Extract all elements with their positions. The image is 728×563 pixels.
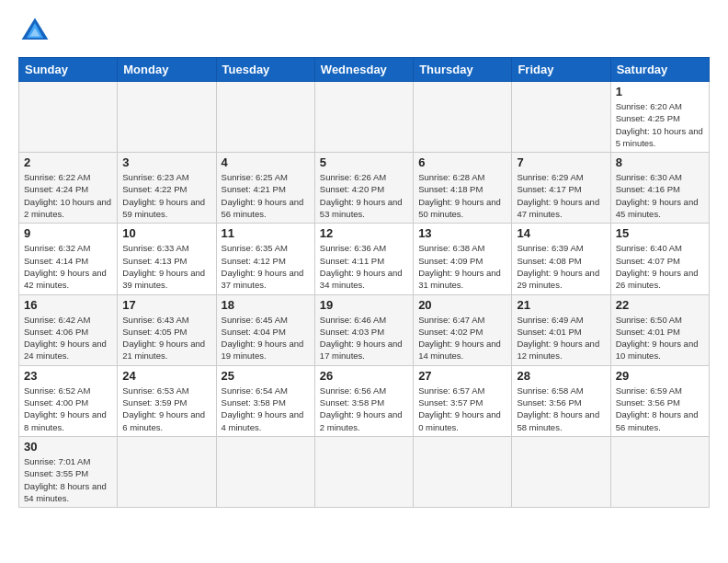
day-number: 17	[122, 298, 210, 312]
day-number: 7	[517, 155, 605, 169]
day-number: 26	[320, 369, 408, 383]
calendar-cell: 13Sunrise: 6:38 AM Sunset: 4:09 PM Dayli…	[414, 224, 512, 294]
day-number: 14	[517, 226, 605, 240]
calendar-cell: 28Sunrise: 6:58 AM Sunset: 3:56 PM Dayli…	[512, 365, 610, 436]
page: SundayMondayTuesdayWednesdayThursdayFrid…	[0, 0, 728, 517]
day-info: Sunrise: 6:59 AM Sunset: 3:56 PM Dayligh…	[616, 385, 704, 433]
day-number: 2	[24, 155, 112, 169]
calendar-cell	[512, 436, 610, 507]
calendar-cell: 2Sunrise: 6:22 AM Sunset: 4:24 PM Daylig…	[19, 153, 118, 224]
generalblue-logo-icon	[18, 15, 51, 48]
calendar-cell: 15Sunrise: 6:40 AM Sunset: 4:07 PM Dayli…	[610, 224, 709, 294]
day-number: 25	[222, 369, 310, 383]
calendar-cell	[19, 82, 118, 153]
day-number: 6	[418, 155, 506, 169]
day-number: 27	[418, 369, 506, 383]
calendar-cell	[314, 436, 413, 507]
day-info: Sunrise: 6:28 AM Sunset: 4:18 PM Dayligh…	[418, 171, 506, 220]
day-number: 4	[222, 155, 310, 169]
calendar-cell: 14Sunrise: 6:39 AM Sunset: 4:08 PM Dayli…	[512, 224, 610, 294]
calendar-week-row: 16Sunrise: 6:42 AM Sunset: 4:06 PM Dayli…	[19, 294, 710, 365]
day-number: 3	[122, 155, 210, 169]
calendar-cell	[314, 82, 413, 153]
day-info: Sunrise: 6:49 AM Sunset: 4:01 PM Dayligh…	[517, 314, 605, 362]
calendar-cell: 22Sunrise: 6:50 AM Sunset: 4:01 PM Dayli…	[610, 294, 709, 365]
day-info: Sunrise: 6:36 AM Sunset: 4:11 PM Dayligh…	[320, 242, 408, 291]
day-info: Sunrise: 6:52 AM Sunset: 4:00 PM Dayligh…	[24, 385, 112, 433]
weekday-header-wednesday: Wednesday	[314, 58, 413, 82]
calendar-week-row: 9Sunrise: 6:32 AM Sunset: 4:14 PM Daylig…	[19, 224, 710, 294]
day-info: Sunrise: 7:01 AM Sunset: 3:55 PM Dayligh…	[24, 455, 112, 504]
day-info: Sunrise: 6:53 AM Sunset: 3:59 PM Dayligh…	[122, 385, 210, 433]
calendar-cell: 19Sunrise: 6:46 AM Sunset: 4:03 PM Dayli…	[314, 294, 413, 365]
day-info: Sunrise: 6:43 AM Sunset: 4:05 PM Dayligh…	[122, 314, 210, 362]
weekday-header-sunday: Sunday	[19, 58, 118, 82]
calendar-cell: 12Sunrise: 6:36 AM Sunset: 4:11 PM Dayli…	[314, 224, 413, 294]
calendar-cell: 16Sunrise: 6:42 AM Sunset: 4:06 PM Dayli…	[19, 294, 118, 365]
calendar-header-row: SundayMondayTuesdayWednesdayThursdayFrid…	[19, 58, 710, 82]
calendar-cell: 23Sunrise: 6:52 AM Sunset: 4:00 PM Dayli…	[19, 365, 118, 436]
calendar-cell: 18Sunrise: 6:45 AM Sunset: 4:04 PM Dayli…	[216, 294, 314, 365]
calendar-cell: 9Sunrise: 6:32 AM Sunset: 4:14 PM Daylig…	[19, 224, 118, 294]
day-number: 1	[616, 85, 704, 98]
calendar-cell	[118, 436, 216, 507]
day-info: Sunrise: 6:25 AM Sunset: 4:21 PM Dayligh…	[222, 171, 310, 220]
day-info: Sunrise: 6:46 AM Sunset: 4:03 PM Dayligh…	[320, 314, 408, 362]
day-info: Sunrise: 6:45 AM Sunset: 4:04 PM Dayligh…	[222, 314, 310, 362]
day-info: Sunrise: 6:32 AM Sunset: 4:14 PM Dayligh…	[24, 242, 112, 291]
day-info: Sunrise: 6:47 AM Sunset: 4:02 PM Dayligh…	[418, 314, 506, 362]
calendar-cell: 21Sunrise: 6:49 AM Sunset: 4:01 PM Dayli…	[512, 294, 610, 365]
weekday-header-tuesday: Tuesday	[216, 58, 314, 82]
calendar-cell	[118, 82, 216, 153]
calendar-cell: 4Sunrise: 6:25 AM Sunset: 4:21 PM Daylig…	[216, 153, 314, 224]
calendar-cell: 17Sunrise: 6:43 AM Sunset: 4:05 PM Dayli…	[118, 294, 216, 365]
weekday-header-friday: Friday	[512, 58, 610, 82]
day-number: 29	[616, 369, 704, 383]
calendar-cell: 20Sunrise: 6:47 AM Sunset: 4:02 PM Dayli…	[414, 294, 512, 365]
day-info: Sunrise: 6:57 AM Sunset: 3:57 PM Dayligh…	[418, 385, 506, 433]
day-number: 20	[418, 298, 506, 312]
day-info: Sunrise: 6:30 AM Sunset: 4:16 PM Dayligh…	[616, 171, 704, 220]
day-info: Sunrise: 6:35 AM Sunset: 4:12 PM Dayligh…	[222, 242, 310, 291]
calendar-cell	[216, 82, 314, 153]
calendar-cell	[414, 82, 512, 153]
day-info: Sunrise: 6:40 AM Sunset: 4:07 PM Dayligh…	[616, 242, 704, 291]
calendar-cell: 5Sunrise: 6:26 AM Sunset: 4:20 PM Daylig…	[314, 153, 413, 224]
calendar-cell	[610, 436, 709, 507]
day-number: 19	[320, 298, 408, 312]
logo	[18, 15, 57, 48]
calendar-week-row: 1Sunrise: 6:20 AM Sunset: 4:25 PM Daylig…	[19, 82, 710, 153]
day-info: Sunrise: 6:58 AM Sunset: 3:56 PM Dayligh…	[517, 385, 605, 433]
header	[18, 15, 710, 48]
day-number: 24	[122, 369, 210, 383]
calendar-table: SundayMondayTuesdayWednesdayThursdayFrid…	[18, 57, 710, 508]
day-number: 16	[24, 298, 112, 312]
day-number: 13	[418, 226, 506, 240]
calendar-cell: 25Sunrise: 6:54 AM Sunset: 3:58 PM Dayli…	[216, 365, 314, 436]
calendar-cell: 7Sunrise: 6:29 AM Sunset: 4:17 PM Daylig…	[512, 153, 610, 224]
day-number: 21	[517, 298, 605, 312]
calendar-cell: 26Sunrise: 6:56 AM Sunset: 3:58 PM Dayli…	[314, 365, 413, 436]
calendar-cell: 27Sunrise: 6:57 AM Sunset: 3:57 PM Dayli…	[414, 365, 512, 436]
calendar-cell: 10Sunrise: 6:33 AM Sunset: 4:13 PM Dayli…	[118, 224, 216, 294]
day-number: 8	[616, 155, 704, 169]
day-info: Sunrise: 6:33 AM Sunset: 4:13 PM Dayligh…	[122, 242, 210, 291]
day-info: Sunrise: 6:29 AM Sunset: 4:17 PM Dayligh…	[517, 171, 605, 220]
day-number: 23	[24, 369, 112, 383]
calendar-cell: 8Sunrise: 6:30 AM Sunset: 4:16 PM Daylig…	[610, 153, 709, 224]
day-info: Sunrise: 6:54 AM Sunset: 3:58 PM Dayligh…	[222, 385, 310, 433]
day-info: Sunrise: 6:39 AM Sunset: 4:08 PM Dayligh…	[517, 242, 605, 291]
calendar-cell: 6Sunrise: 6:28 AM Sunset: 4:18 PM Daylig…	[414, 153, 512, 224]
day-number: 30	[24, 440, 112, 454]
calendar-cell: 29Sunrise: 6:59 AM Sunset: 3:56 PM Dayli…	[610, 365, 709, 436]
day-number: 15	[616, 226, 704, 240]
calendar-cell	[216, 436, 314, 507]
calendar-cell: 3Sunrise: 6:23 AM Sunset: 4:22 PM Daylig…	[118, 153, 216, 224]
day-info: Sunrise: 6:56 AM Sunset: 3:58 PM Dayligh…	[320, 385, 408, 433]
weekday-header-thursday: Thursday	[414, 58, 512, 82]
calendar-cell: 30Sunrise: 7:01 AM Sunset: 3:55 PM Dayli…	[19, 436, 118, 507]
day-number: 22	[616, 298, 704, 312]
calendar-week-row: 2Sunrise: 6:22 AM Sunset: 4:24 PM Daylig…	[19, 153, 710, 224]
day-number: 28	[517, 369, 605, 383]
day-info: Sunrise: 6:23 AM Sunset: 4:22 PM Dayligh…	[122, 171, 210, 220]
